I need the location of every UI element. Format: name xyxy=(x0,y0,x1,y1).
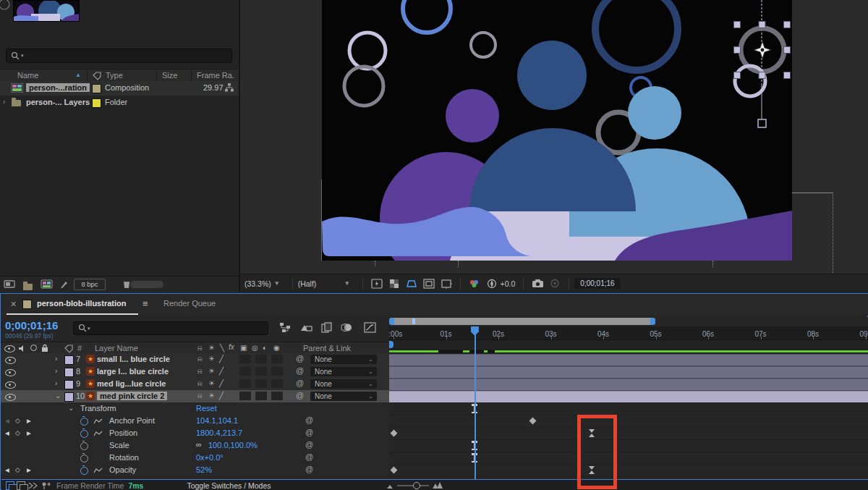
sort-ascending-icon[interactable]: ▲ xyxy=(75,72,81,78)
selection-handle[interactable] xyxy=(734,72,741,79)
shy-switch[interactable]: ⍾ xyxy=(197,355,203,363)
switch-cell[interactable] xyxy=(271,367,283,376)
column-size[interactable]: Size xyxy=(162,71,177,80)
project-row[interactable]: ›person-... LayersFolder xyxy=(0,96,239,110)
magnification-select[interactable]: (33.3%) xyxy=(244,279,271,288)
quality-switch[interactable]: ☀ xyxy=(208,367,215,375)
graph-editor-icon[interactable] xyxy=(362,321,377,333)
tab-composition[interactable]: person-blob-illustration xyxy=(37,299,126,308)
playhead-line[interactable] xyxy=(475,334,476,479)
project-settings-icon[interactable] xyxy=(4,279,18,289)
shy-switch[interactable]: ⍾ xyxy=(197,392,203,400)
chevron-down-icon[interactable]: ▼ xyxy=(274,280,280,287)
next-keyframe-arrow[interactable]: ▶ xyxy=(27,467,31,473)
rasterize-switch[interactable]: ╱ xyxy=(219,355,224,363)
layer-label-swatch[interactable] xyxy=(64,392,74,402)
layer-label-swatch[interactable] xyxy=(64,355,74,365)
shy-switch[interactable]: ⍾ xyxy=(197,367,203,376)
switch-cell[interactable] xyxy=(255,355,267,363)
switch-cell[interactable] xyxy=(255,392,267,400)
grid-guides-icon[interactable] xyxy=(439,278,454,290)
draft-icon[interactable] xyxy=(17,481,25,490)
graph-overlay-icon[interactable] xyxy=(93,430,103,437)
layer-row[interactable]: ›7★small l... blue circle⍾☀╱@None⌄ xyxy=(1,353,389,366)
layer-visibility-eye-icon[interactable] xyxy=(5,369,16,376)
switch-cell[interactable] xyxy=(239,379,251,388)
region-of-interest-icon[interactable] xyxy=(422,278,436,290)
layer-name[interactable]: med pink circle 2 xyxy=(97,392,167,400)
prev-keyframe-arrow[interactable]: ◀ xyxy=(5,430,9,436)
stopwatch-icon[interactable] xyxy=(80,430,88,438)
flowchart-icon[interactable] xyxy=(224,83,234,93)
parent-pickwhip-icon[interactable]: @ xyxy=(296,354,304,363)
layer-duration-bar[interactable] xyxy=(389,366,868,379)
solo-column-icon[interactable] xyxy=(30,345,37,351)
layer-duration-bar[interactable] xyxy=(389,354,868,366)
stopwatch-icon[interactable] xyxy=(80,418,88,426)
collapse-icon[interactable]: ⌄ xyxy=(68,404,74,412)
property-value[interactable]: 1800.4,213.7 xyxy=(196,428,242,437)
panel-menu-icon[interactable]: ≡ xyxy=(142,298,148,309)
layer-label-swatch[interactable] xyxy=(64,368,74,377)
timeline-graph-area[interactable]: 0:00s01s02s03s04s05s06s07s08s09s xyxy=(389,317,868,481)
property-name[interactable]: Opacity xyxy=(109,465,136,474)
new-folder-icon[interactable] xyxy=(23,284,33,290)
search-dropdown-caret[interactable]: ▾ xyxy=(88,326,90,331)
chevron-down-icon[interactable]: ⌄ xyxy=(368,367,373,376)
expand-icon[interactable]: › xyxy=(55,379,57,387)
eye-column-icon[interactable] xyxy=(4,345,15,352)
work-area-bar[interactable] xyxy=(389,318,655,325)
layer-name[interactable]: large l... blue circle xyxy=(97,367,169,376)
parent-link-dropdown[interactable]: None⌄ xyxy=(310,367,377,376)
keyframe-row[interactable] xyxy=(389,452,868,465)
keyframe-row[interactable] xyxy=(389,439,868,452)
chevron-down-icon[interactable]: ⌄ xyxy=(368,379,373,389)
layer-visibility-eye-icon[interactable] xyxy=(5,381,16,389)
timeline-search-input[interactable]: ▾ xyxy=(73,321,268,335)
layer-visibility-eye-icon[interactable] xyxy=(5,394,16,401)
zoom-out-mountain-icon[interactable] xyxy=(386,482,394,489)
selection-handle[interactable] xyxy=(784,22,791,28)
stopwatch-icon[interactable] xyxy=(80,442,88,450)
property-row-anchor[interactable]: ◀◇▶Anchor Point104.1,104.1@ xyxy=(1,415,389,428)
property-row-scale[interactable]: Scale∞100.0,100.0%@ xyxy=(1,439,389,452)
rasterize-switch[interactable]: ╱ xyxy=(219,392,224,400)
shy-toggle-icon[interactable] xyxy=(41,481,51,490)
label-tag-icon[interactable] xyxy=(64,345,73,353)
layer-row[interactable]: ⌄10★med pink circle 2⍾☀╱@None⌄ xyxy=(1,390,389,403)
property-pickwhip-icon[interactable]: @ xyxy=(305,452,313,461)
switch-cell[interactable] xyxy=(271,392,283,400)
selection-handle[interactable] xyxy=(759,22,765,28)
add-keyframe-diamond[interactable]: ◇ xyxy=(15,466,20,473)
rasterize-column-icon[interactable]: ╲ xyxy=(220,344,224,352)
artwork-circle[interactable] xyxy=(517,41,587,110)
quality-column-icon[interactable]: ☀ xyxy=(208,344,215,352)
expander-icon[interactable]: › xyxy=(3,98,5,106)
layer-row[interactable]: ›8★large l... blue circle⍾☀╱@None⌄ xyxy=(1,366,389,379)
next-keyframe-arrow[interactable]: ▶ xyxy=(27,418,31,424)
switch-cell[interactable] xyxy=(239,392,251,400)
effects-column-icon[interactable]: fx xyxy=(229,343,234,351)
quality-switch[interactable]: ☀ xyxy=(208,392,215,400)
layer-name[interactable]: small l... blue circle xyxy=(97,355,170,363)
artwork-circle[interactable] xyxy=(628,86,681,140)
shy-switch[interactable]: ⍾ xyxy=(197,379,203,388)
new-composition-icon[interactable] xyxy=(41,279,54,290)
rasterize-switch[interactable]: ╱ xyxy=(219,367,224,375)
property-value[interactable]: 52% xyxy=(196,465,212,474)
shy-column-icon[interactable]: ⍾ xyxy=(197,344,203,352)
transform-reset-button[interactable]: Reset xyxy=(196,404,217,413)
expand-icon[interactable]: › xyxy=(55,355,57,363)
parent-link-dropdown[interactable]: None⌄ xyxy=(310,379,377,389)
work-area-end-handle[interactable] xyxy=(650,318,655,325)
property-row-opacity[interactable]: ◀◇▶Opacity52%@ xyxy=(1,464,389,477)
toggle-switches-button[interactable]: Toggle Switches / Modes xyxy=(187,481,271,490)
layer-label-swatch[interactable] xyxy=(64,380,74,389)
scale-link-icon[interactable]: ∞ xyxy=(196,440,202,449)
artwork-circle[interactable] xyxy=(446,89,499,143)
motion-blur-icon[interactable] xyxy=(339,321,354,333)
layer-duration-bar[interactable] xyxy=(389,379,868,391)
quality-switch[interactable]: ☀ xyxy=(208,355,215,363)
selection-handle[interactable] xyxy=(784,72,791,79)
chevron-down-icon[interactable]: ▼ xyxy=(344,280,350,287)
